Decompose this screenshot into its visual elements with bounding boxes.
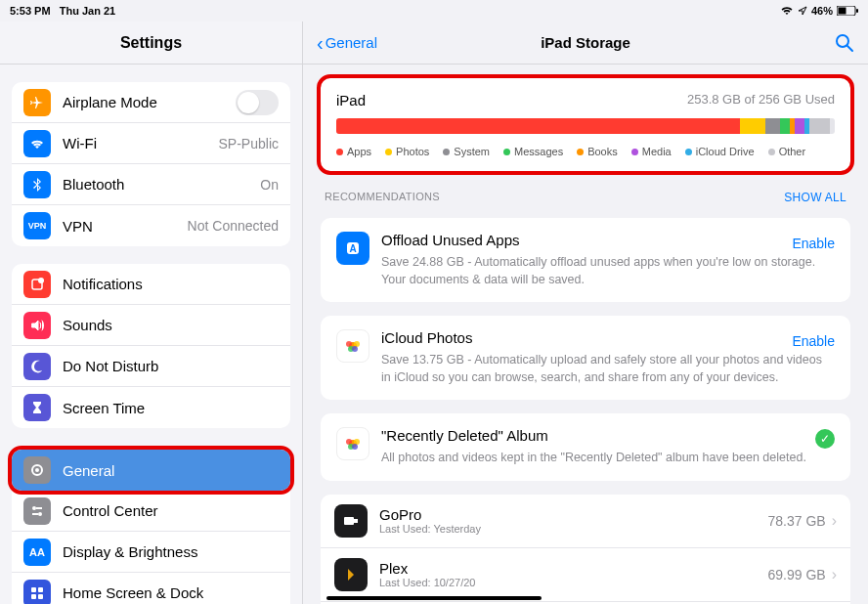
app-storage-list: GoPro Last Used: Yesterday 78.37 GB › Pl… (321, 495, 850, 605)
sidebar-group-alerts: Notifications Sounds Do Not Disturb (12, 264, 290, 428)
search-button[interactable] (835, 33, 854, 53)
app-name: Plex (379, 560, 768, 577)
screentime-label: Screen Time (63, 400, 279, 416)
legend-item-media: Media (631, 146, 672, 157)
storage-segment-messages (780, 118, 790, 134)
sidebar-item-vpn[interactable]: VPN VPN Not Connected (12, 205, 290, 246)
dnd-label: Do Not Disturb (63, 358, 279, 374)
legend-label: iCloud Drive (696, 146, 755, 157)
app-row-gopro[interactable]: GoPro Last Used: Yesterday 78.37 GB › (321, 495, 850, 548)
svg-point-4 (38, 278, 44, 283)
legend-item-messages: Messages (503, 146, 563, 157)
legend-label: Books (587, 146, 618, 157)
homescreen-label: Home Screen & Dock (63, 584, 279, 601)
recommendation-recently-deleted[interactable]: "Recently Deleted" Album ✓ All photos an… (321, 413, 850, 481)
sidebar-item-screentime[interactable]: Screen Time (12, 387, 290, 428)
airplane-label: Airplane Mode (63, 94, 236, 110)
svg-rect-1 (839, 8, 846, 15)
chevron-right-icon: › (832, 512, 837, 530)
general-label: General (63, 462, 279, 479)
enable-button[interactable]: Enable (792, 333, 835, 349)
storage-legend: AppsPhotosSystemMessagesBooksMediaiCloud… (336, 146, 835, 157)
sidebar-item-sounds[interactable]: Sounds (12, 305, 290, 346)
svg-rect-38 (344, 517, 354, 525)
legend-dot (631, 149, 638, 155)
home-indicator[interactable] (326, 596, 542, 600)
status-date: Thu Jan 21 (60, 5, 115, 17)
sidebar-item-control-center[interactable]: Control Center (12, 491, 290, 532)
storage-segment-photos (740, 118, 765, 134)
svg-rect-10 (32, 513, 38, 515)
svg-point-37 (352, 444, 358, 450)
legend-label: Messages (514, 146, 563, 157)
sidebar-item-general[interactable]: General (12, 450, 290, 491)
sidebar-item-dnd[interactable]: Do Not Disturb (12, 346, 290, 387)
legend-item-books: Books (577, 146, 618, 157)
vpn-value: Not Connected (188, 218, 279, 234)
wifi-label: Wi-Fi (63, 135, 219, 151)
sidebar-item-wifi[interactable]: Wi-Fi SP-Public (12, 123, 290, 164)
rec-title: Offload Unused Apps (381, 232, 520, 248)
legend-item-apps: Apps (336, 146, 371, 157)
recommendation-offload[interactable]: A Offload Unused Apps Enable Save 24.88 … (321, 218, 850, 302)
settings-sidebar: Settings Airplane Mode Wi-Fi SP-Public (0, 22, 303, 604)
battery-pct: 46% (811, 5, 833, 17)
legend-label: Media (642, 146, 672, 157)
battery-icon (837, 6, 858, 16)
sidebar-item-homescreen[interactable]: Home Screen & Dock (12, 573, 290, 604)
legend-dot (503, 149, 510, 155)
enable-button[interactable]: Enable (792, 236, 835, 251)
airplane-toggle[interactable] (236, 90, 279, 115)
sidebar-item-notifications[interactable]: Notifications (12, 264, 290, 305)
sidebar-group-connectivity: Airplane Mode Wi-Fi SP-Public Bluetooth … (12, 82, 290, 246)
location-icon (798, 6, 807, 16)
legend-label: System (454, 146, 490, 157)
storage-bar (336, 118, 835, 134)
storage-segment-system (765, 118, 780, 134)
sidebar-scroll[interactable]: Airplane Mode Wi-Fi SP-Public Bluetooth … (0, 65, 302, 604)
sidebar-group-general-highlighted: General (12, 450, 290, 491)
photos-icon (336, 427, 369, 460)
svg-point-9 (38, 512, 42, 516)
app-row-plex[interactable]: Plex Last Used: 10/27/20 69.99 GB › (321, 548, 850, 602)
back-label: General (326, 34, 377, 51)
legend-dot (768, 149, 775, 155)
rec-desc: Save 24.88 GB - Automatically offload un… (381, 254, 835, 288)
svg-point-7 (32, 506, 36, 510)
detail-header: ‹ General iPad Storage (303, 22, 868, 65)
legend-dot (385, 149, 392, 155)
rec-desc: Save 13.75 GB - Automatically upload and… (381, 352, 835, 386)
storage-segment-other (809, 118, 829, 134)
status-time: 5:53 PM (10, 5, 51, 17)
chevron-right-icon: › (832, 566, 837, 583)
sidebar-item-display[interactable]: AA Display & Brightness (12, 532, 290, 573)
airplane-icon (23, 89, 51, 116)
legend-label: Other (779, 146, 806, 157)
vpn-icon: VPN (23, 212, 51, 239)
wifi-settings-icon (23, 130, 51, 157)
storage-used-text: 253.8 GB of 256 GB Used (687, 92, 835, 108)
page-title: iPad Storage (541, 34, 630, 51)
gear-icon (23, 456, 51, 484)
sounds-label: Sounds (63, 317, 279, 333)
legend-item-other: Other (768, 146, 806, 157)
app-last-used: Last Used: Yesterday (379, 523, 768, 535)
app-last-used: Last Used: 10/27/20 (379, 577, 768, 588)
display-label: Display & Brightness (63, 543, 279, 560)
app-offload-icon: A (336, 232, 369, 265)
app-size: 78.37 GB (768, 513, 826, 529)
svg-rect-11 (31, 587, 36, 592)
legend-item-system: System (443, 146, 490, 157)
svg-rect-14 (38, 594, 43, 599)
display-icon: AA (23, 539, 51, 566)
sounds-icon (23, 312, 51, 339)
sidebar-item-airplane[interactable]: Airplane Mode (12, 82, 290, 123)
show-all-button[interactable]: SHOW ALL (784, 191, 846, 204)
device-name: iPad (336, 92, 366, 108)
recommendation-icloud-photos[interactable]: iCloud Photos Enable Save 13.75 GB - Aut… (321, 316, 850, 400)
back-button[interactable]: ‹ General (317, 33, 377, 53)
wifi-icon (780, 6, 794, 16)
storage-segment-apps (336, 118, 740, 134)
sidebar-item-bluetooth[interactable]: Bluetooth On (12, 164, 290, 205)
svg-rect-2 (856, 9, 858, 13)
